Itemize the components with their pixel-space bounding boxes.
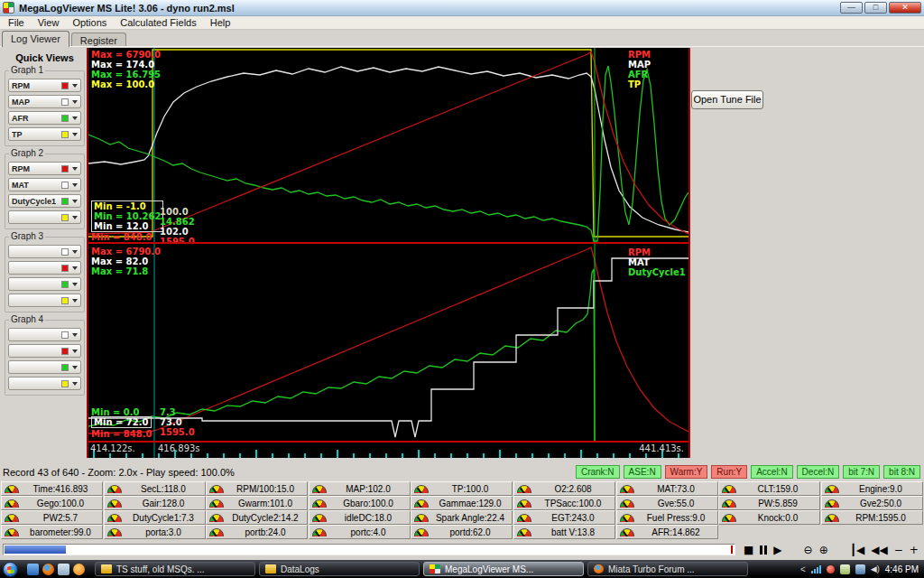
taskbar-item[interactable]: MegaLogViewer MS... bbox=[423, 562, 584, 576]
tray-alert-icon[interactable] bbox=[827, 565, 835, 573]
gauge-dial-icon bbox=[107, 499, 122, 508]
gauge-cell: porta:3.0 bbox=[104, 525, 206, 539]
task-folder-icon bbox=[101, 564, 112, 573]
maximize-button[interactable]: □ bbox=[864, 2, 887, 14]
gauge-value: DutyCycle1:7.3 bbox=[122, 513, 205, 523]
series-select[interactable]: MAP bbox=[8, 95, 81, 108]
gauge-cell: TP:100.0 bbox=[411, 481, 513, 496]
tray-icon-1[interactable] bbox=[840, 564, 850, 574]
close-button[interactable]: ✕ bbox=[889, 2, 921, 14]
series-select[interactable] bbox=[8, 328, 81, 341]
time-axis[interactable]: 414.122s.416.893s441.413s. bbox=[88, 443, 688, 458]
gauge-value: Time:416.893 bbox=[19, 484, 102, 494]
overlay-line: 1595.0 bbox=[160, 427, 195, 437]
gauge-value: AFR:14.862 bbox=[634, 527, 717, 537]
bottom-chart[interactable]: Max = 6790.0Max = 82.0Max = 71.8Min = 0.… bbox=[88, 244, 688, 441]
gauge-value: barometer:99.0 bbox=[19, 527, 102, 537]
system-tray: < ◀) 4:46 PM bbox=[800, 564, 921, 574]
series-select[interactable] bbox=[8, 360, 81, 374]
graph-group-3: Graph 3 bbox=[5, 237, 85, 312]
gauge-cell: MAP:102.0 bbox=[309, 481, 411, 496]
menu-item-view[interactable]: View bbox=[38, 17, 60, 28]
graph-group-2: Graph 2RPMMATDutyCycle1 bbox=[5, 154, 85, 229]
bottom-cursor-values: 7.373.01595.0 bbox=[160, 407, 195, 437]
series-select[interactable]: MAT bbox=[8, 178, 81, 191]
overlay-line: Max = 71.8 bbox=[91, 266, 161, 276]
zoom-in-icon[interactable]: ⊕ bbox=[819, 544, 828, 556]
rewind-button[interactable]: ◀◀ bbox=[871, 544, 887, 556]
series-select[interactable] bbox=[8, 294, 81, 307]
stop-button[interactable]: ■ bbox=[744, 544, 753, 556]
gauge-value: TP:100.0 bbox=[429, 484, 512, 494]
series-select[interactable]: RPM bbox=[8, 162, 81, 175]
gauge-cell: CLT:159.0 bbox=[718, 481, 820, 496]
series-select[interactable]: RPM bbox=[8, 79, 81, 92]
media-player-icon[interactable] bbox=[73, 564, 85, 575]
gauge-dial-icon bbox=[517, 485, 531, 493]
firefox-icon[interactable] bbox=[42, 564, 54, 575]
start-button[interactable] bbox=[3, 562, 18, 577]
status-badges: Crank:NASE:NWarm:YRun:YAccel:NDecel:Nbit… bbox=[576, 465, 924, 479]
gauge-dial-icon bbox=[312, 499, 327, 508]
tray-network-icon[interactable] bbox=[855, 564, 865, 574]
series-select[interactable] bbox=[8, 261, 81, 275]
overlay-line: MAP bbox=[628, 60, 651, 70]
chevron-down-icon bbox=[72, 299, 78, 305]
tab-register[interactable]: Register bbox=[71, 33, 126, 47]
pause-button[interactable] bbox=[760, 545, 767, 555]
open-tune-file-button[interactable]: Open Tune File bbox=[691, 90, 763, 109]
gauge-panel: Time:416.893SecL:118.0RPM/100:15.0MAP:10… bbox=[1, 481, 924, 541]
zoom-out-icon[interactable]: ⊖ bbox=[804, 544, 813, 556]
overlay-line: Max = 100.0 bbox=[91, 79, 161, 89]
menu-item-calculated-fields[interactable]: Calculated Fields bbox=[120, 17, 196, 28]
time-start-label: 414.122s. bbox=[90, 443, 135, 453]
gauge-value: portb:24.0 bbox=[224, 527, 307, 537]
series-color-swatch bbox=[61, 348, 69, 355]
series-select[interactable] bbox=[8, 377, 81, 390]
tab-log-viewer[interactable]: Log Viewer bbox=[2, 31, 69, 47]
series-select[interactable] bbox=[8, 277, 81, 291]
explorer-icon[interactable] bbox=[58, 564, 69, 575]
graph-group-label: Graph 3 bbox=[9, 231, 45, 241]
menu-item-options[interactable]: Options bbox=[72, 17, 106, 28]
skip-to-start-button[interactable]: ┃◀ bbox=[850, 544, 864, 556]
taskbar-item[interactable]: Miata Turbo Forum ... bbox=[587, 562, 748, 576]
gauge-dial-icon bbox=[825, 485, 839, 493]
show-desktop-icon[interactable] bbox=[27, 564, 39, 575]
gauge-dial-icon bbox=[107, 485, 122, 493]
top-chart[interactable]: Max = 6790.0Max = 174.0Max = 16.795Max =… bbox=[88, 48, 688, 242]
playback-progress-track[interactable] bbox=[3, 544, 735, 555]
volume-icon[interactable]: ◀) bbox=[871, 564, 880, 573]
series-select[interactable]: AFR bbox=[8, 111, 81, 125]
gauge-value: EGT:243.0 bbox=[531, 513, 614, 523]
gauge-value: idleDC:18.0 bbox=[327, 513, 410, 523]
gauge-dial-icon bbox=[517, 528, 531, 536]
series-select[interactable] bbox=[8, 344, 81, 358]
series-select-label: RPM bbox=[12, 164, 30, 173]
minimize-button[interactable]: — bbox=[840, 2, 863, 14]
overlay-line: Min = 10.262 bbox=[94, 211, 161, 221]
menu-item-help[interactable]: Help bbox=[210, 17, 231, 28]
step-back-button[interactable]: − bbox=[894, 544, 903, 556]
menu-item-file[interactable]: File bbox=[8, 17, 24, 28]
taskbar-item[interactable]: DataLogs bbox=[259, 562, 420, 576]
gauge-dial-icon bbox=[107, 528, 122, 536]
tray-chevron-icon[interactable]: < bbox=[800, 564, 806, 574]
series-select[interactable]: DutyCycle1 bbox=[8, 194, 81, 208]
gauge-cell: AFR:14.862 bbox=[616, 525, 718, 539]
series-select[interactable] bbox=[8, 245, 81, 258]
playback-progress-fill bbox=[5, 545, 66, 554]
play-button[interactable]: ▶ bbox=[773, 544, 781, 556]
gauge-cell: RPM:1595.0 bbox=[821, 510, 923, 525]
gauge-value: Fuel Press:9.0 bbox=[634, 513, 717, 523]
signal-bars-icon[interactable] bbox=[811, 565, 821, 573]
step-forward-button[interactable]: + bbox=[910, 544, 919, 556]
gauge-dial-icon bbox=[517, 514, 531, 522]
taskbar-item[interactable]: TS stuff, old MSQs. ... bbox=[95, 562, 255, 576]
overlay-line: Min = 848.0 bbox=[91, 429, 152, 439]
series-select[interactable]: TP bbox=[8, 127, 81, 141]
gauge-dial-icon bbox=[722, 514, 736, 522]
taskbar-clock[interactable]: 4:46 PM bbox=[885, 564, 919, 574]
series-select[interactable] bbox=[8, 210, 81, 224]
tab-page-edge bbox=[0, 46, 924, 47]
